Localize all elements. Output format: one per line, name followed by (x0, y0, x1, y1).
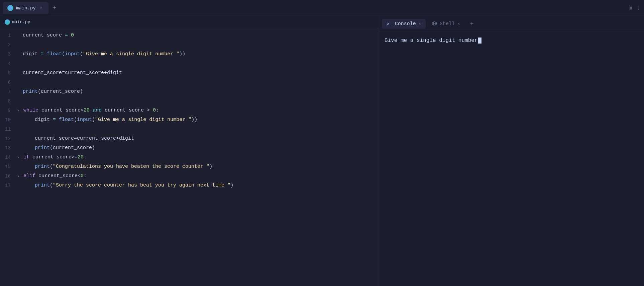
console-output-text: Give me a single digit number (385, 38, 477, 44)
code-line: 16∨elif current_score<0: (0, 171, 379, 181)
variable-token: )) (179, 51, 185, 57)
line-number: 6 (0, 78, 17, 87)
line-content: print("Sorry the score counter has beat … (23, 181, 379, 190)
shell-tab-close[interactable]: × (457, 22, 460, 26)
variable-token: ) (230, 183, 233, 188)
cursor (478, 38, 481, 44)
console-content: Give me a single digit number (379, 32, 644, 286)
console-tab[interactable]: >_ Console × (382, 19, 426, 29)
tab-main-py[interactable]: main.py × (3, 2, 48, 14)
variable-token: current_score (23, 32, 65, 38)
line-number: 10 (0, 116, 17, 124)
code-line: 11 (0, 125, 379, 134)
new-tab-button[interactable]: + (50, 3, 59, 13)
line-content: print(current_score) (23, 87, 379, 96)
line-content: if current_score>=20: (23, 153, 379, 162)
builtin-token: input (77, 117, 92, 123)
variable-token: current_score=current_score+digit (23, 70, 122, 76)
breadcrumb-filename: main.py (12, 19, 30, 24)
code-line: 6 (0, 78, 379, 87)
line-content: digit = float(input("Give me a single di… (23, 50, 379, 59)
builtin-token: float (47, 51, 62, 57)
code-line: 10 digit = float(input("Give me a single… (0, 115, 379, 125)
file-icon (5, 19, 10, 25)
builtin-token: print (35, 164, 50, 169)
code-line: 15 print("Congratulations you have beate… (0, 162, 379, 171)
variable-token: : (156, 108, 159, 113)
line-number: 1 (0, 31, 17, 40)
number-token: 0 (81, 173, 84, 179)
line-number: 11 (0, 125, 17, 134)
svg-point-0 (8, 6, 12, 10)
line-number: 14 (0, 153, 17, 162)
number-token: 0 (153, 108, 156, 113)
line-number: 16 (0, 172, 17, 181)
code-panel: main.py 1current_score = 023digit = floa… (0, 16, 379, 286)
code-line: 13 print(current_score) (0, 143, 379, 153)
editor-controls: ⊞ ⋮ (629, 5, 641, 11)
variable-token: digit (35, 117, 53, 123)
code-line: 7print(current_score) (0, 87, 379, 96)
console-tab-bar: >_ Console × Shell × + (379, 16, 644, 32)
line-number: 15 (0, 162, 17, 171)
keyword-token: if (23, 154, 29, 160)
console-tab-close[interactable]: × (419, 22, 421, 26)
variable-token: digit (23, 51, 41, 57)
line-content: current_score = 0 (23, 31, 379, 40)
tab-filename: main.py (16, 5, 36, 11)
string-token: "Give me a single digit number " (95, 117, 191, 123)
code-line: 3digit = float(input("Give me a single d… (0, 50, 379, 59)
variable-token: ) (209, 164, 212, 169)
tab-bar: main.py × + ⊞ ⋮ (0, 0, 644, 16)
variable-token: ( (80, 51, 83, 57)
builtin-token: float (59, 117, 74, 123)
variable-token (90, 108, 93, 113)
code-line: 4 (0, 59, 379, 68)
line-number: 7 (0, 87, 17, 96)
collapse-arrow-icon[interactable]: ∨ (17, 106, 23, 115)
variable-token: (current_score) (38, 89, 83, 94)
shell-icon (432, 21, 437, 27)
line-content: print(current_score) (23, 144, 379, 152)
variable-token: current_score>= (29, 154, 78, 160)
line-number: 3 (0, 50, 17, 59)
tab-close-button[interactable]: × (38, 5, 44, 11)
keyword-token: while (23, 108, 38, 113)
operator-token: = (53, 117, 59, 123)
code-line: 8 (0, 96, 379, 106)
variable-token: ( (50, 183, 53, 188)
variable-token: ( (62, 51, 65, 57)
code-line: 5current_score=current_score+digit (0, 68, 379, 78)
code-line: 1current_score = 0 (0, 31, 379, 40)
operator-token: = (65, 32, 71, 38)
breadcrumb: main.py (0, 16, 379, 28)
shell-tab[interactable]: Shell × (427, 19, 464, 29)
variable-token: ( (50, 164, 53, 169)
line-content: current_score=current_score+digit (23, 69, 379, 77)
number-token: 0 (71, 32, 74, 38)
layout-icon[interactable]: ⊞ (629, 5, 632, 11)
builtin-token: print (35, 183, 50, 188)
tab-list: main.py × + (3, 2, 629, 14)
new-console-tab-button[interactable]: + (467, 19, 476, 29)
more-options-icon[interactable]: ⋮ (636, 5, 641, 11)
line-number: 13 (0, 144, 17, 152)
variable-token: current_score< (35, 173, 81, 179)
collapse-arrow-icon[interactable]: ∨ (17, 153, 23, 162)
console-output: Give me a single digit number (385, 38, 639, 44)
variable-token: ( (92, 117, 95, 123)
builtin-token: input (65, 51, 80, 57)
variable-token: current_score< (38, 108, 84, 113)
shell-tab-label: Shell (440, 21, 455, 27)
line-content (23, 125, 379, 134)
line-content: while current_score<20 and current_score… (23, 106, 379, 115)
line-number: 4 (0, 59, 17, 68)
operator-token: and (93, 108, 102, 113)
right-panel: >_ Console × Shell × + Give me a sing (379, 16, 644, 286)
line-number: 12 (0, 134, 17, 143)
variable-token: : (84, 154, 87, 160)
number-token: 20 (84, 108, 90, 113)
collapse-arrow-icon[interactable]: ∨ (17, 172, 23, 181)
variable-token: current_score > (102, 108, 153, 113)
code-editor[interactable]: 1current_score = 023digit = float(input(… (0, 28, 379, 286)
